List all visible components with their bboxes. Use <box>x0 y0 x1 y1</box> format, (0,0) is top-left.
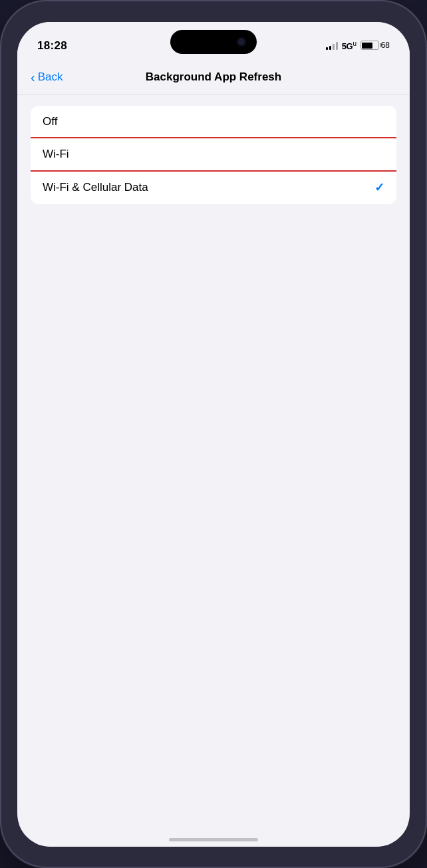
option-wifi-cellular-row[interactable]: Wi-Fi & Cellular Data ✓ <box>31 170 396 204</box>
status-bar: 18:28 5Gu 68 <box>17 22 410 61</box>
phone-screen: 18:28 5Gu 68 ‹ <box>17 22 410 847</box>
option-wifi-cellular-label: Wi-Fi & Cellular Data <box>43 181 148 194</box>
status-time: 18:28 <box>37 39 67 53</box>
phone-frame: 18:28 5Gu 68 ‹ <box>0 0 427 868</box>
option-wifi-row-wrapper: Wi-Fi <box>31 138 396 170</box>
signal-bar-2 <box>329 46 331 50</box>
back-label[interactable]: Back <box>38 71 63 84</box>
settings-group: Off Wi-Fi Wi-Fi & Cellular Data ✓ <box>31 106 396 204</box>
home-bar <box>169 838 258 841</box>
status-icons: 5Gu 68 <box>326 40 390 51</box>
signal-bar-1 <box>326 47 328 50</box>
back-chevron-icon: ‹ <box>31 71 35 84</box>
back-button[interactable]: ‹ Back <box>31 71 63 84</box>
signal-bar-3 <box>333 44 335 50</box>
option-off-row[interactable]: Off <box>31 106 396 138</box>
battery-percent: 68 <box>381 41 390 50</box>
option-wifi-row[interactable]: Wi-Fi <box>31 138 396 170</box>
nav-bar: ‹ Back Background App Refresh <box>17 61 410 95</box>
checkmark-icon: ✓ <box>374 180 384 195</box>
option-off-label: Off <box>43 115 57 128</box>
battery-container: 68 <box>360 41 390 50</box>
content-area: Off Wi-Fi Wi-Fi & Cellular Data ✓ <box>17 95 410 824</box>
option-wifi-label: Wi-Fi <box>43 148 69 161</box>
dynamic-island <box>170 30 257 54</box>
page-title: Background App Refresh <box>146 71 281 84</box>
network-type: 5Gu <box>342 40 356 51</box>
battery-fill <box>362 43 372 49</box>
battery-icon <box>360 41 379 50</box>
signal-bar-4 <box>336 42 338 50</box>
signal-bars <box>326 41 338 50</box>
home-indicator <box>17 824 410 847</box>
